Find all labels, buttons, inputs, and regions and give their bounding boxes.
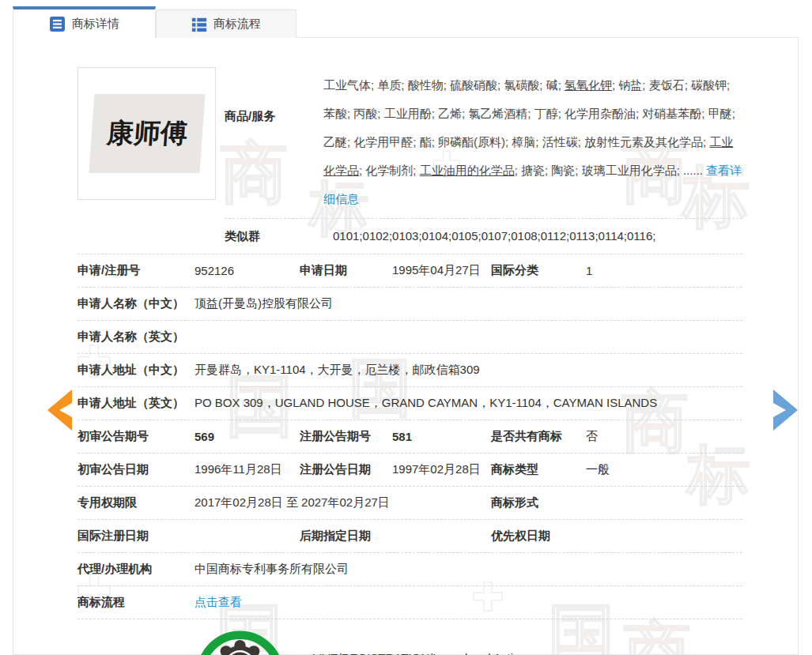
table-row-gazette-dates: 初审公告日期 1996年11月28日 注册公告日期 1997年02月28日 商标… (77, 454, 742, 487)
field-label: 申请人名称（中文） (77, 296, 195, 311)
previous-arrow-button[interactable] (43, 388, 74, 432)
field-label: 初审公告期号 (77, 429, 195, 444)
field-label: 申请/注册号 (77, 263, 195, 278)
field-value: 569 (195, 430, 300, 443)
field-label: 注册公告期号 (300, 429, 392, 444)
field-value: 1996年11月28日 (195, 462, 300, 477)
tab-label: 商标详情 (72, 17, 119, 32)
field-value: 581 (392, 430, 491, 443)
trademark-image: 康师傅 (77, 67, 216, 200)
field-label: 商标类型 (491, 462, 586, 477)
field-value: 一般 (586, 462, 742, 477)
tab-trademark-process[interactable]: 商标流程 (156, 9, 296, 38)
table-row-process: 商标流程 点击查看 (77, 586, 742, 619)
field-value: PO BOX 309，UGLAND HOUSE，GRAND CAYMAN，KY1… (195, 396, 742, 411)
status-text: LIVE/REGISTRATION/Issued and Active (312, 651, 526, 655)
field-value: 否 (586, 429, 742, 444)
goods-section: 康师傅 商品/服务 工业气体; 单质; 酸性物; 硫酸硝酸; 氯磺酸; 碱; 氢… (77, 38, 742, 254)
field-label: 是否共有商标 (491, 429, 586, 444)
field-label: 申请人地址（英文） (77, 396, 195, 411)
table-row-address-cn: 申请人地址（中文） 开曼群岛，KY1-1104，大开曼，厄兰楼，邮政信箱309 (77, 354, 742, 387)
goods-services-label: 商品/服务 (225, 67, 323, 213)
field-value: 1997年02月28日 (392, 462, 491, 477)
table-row-agency: 代理/办理机构 中国商标专利事务所有限公司 (77, 553, 742, 586)
field-value: 1 (586, 264, 742, 277)
field-value: 952126 (195, 264, 300, 277)
field-label: 注册公告日期 (300, 462, 392, 477)
process-list-icon (191, 17, 207, 32)
similar-group-label: 类似群 (225, 229, 323, 244)
field-label: 代理/办理机构 (77, 562, 195, 577)
table-row-applicant-en: 申请人名称（英文） (77, 321, 742, 354)
field-label: 商标形式 (491, 495, 586, 510)
field-label: 后期指定日期 (300, 529, 392, 544)
field-label: 商标流程 (77, 595, 195, 610)
table-row-exclusive-period: 专用权期限 2017年02月28日 至 2027年02月27日 商标形式 (77, 487, 742, 520)
trademark-calligraphy: 康师傅 (89, 94, 205, 173)
field-value: 1995年04月27日 (392, 263, 491, 278)
field-label: 申请人名称（英文） (77, 329, 195, 344)
field-value: 顶益(开曼岛)控股有限公司 (195, 296, 742, 311)
tab-trademark-detail[interactable]: 商标详情 (13, 6, 156, 38)
field-label: 国际注册日期 (77, 529, 195, 544)
field-label: 初审公告日期 (77, 462, 195, 477)
tab-label: 商标流程 (213, 17, 261, 32)
table-row-status: 商标状态图标 LIVE/REGIST (77, 619, 742, 655)
table-row-intl-dates: 国际注册日期 后期指定日期 优先权日期 (77, 520, 742, 553)
view-process-link[interactable]: 点击查看 (195, 595, 242, 608)
table-row-address-en: 申请人地址（英文） PO BOX 309，UGLAND HOUSE，GRAND … (77, 387, 742, 420)
field-label: 申请日期 (300, 263, 392, 278)
registration-badge-icon (195, 629, 285, 655)
tab-bar: 商标详情 商标流程 (13, 6, 296, 38)
field-label: 优先权日期 (491, 529, 586, 544)
field-value: 开曼群岛，KY1-1104，大开曼，厄兰楼，邮政信箱309 (195, 363, 742, 378)
similar-group-row: 类似群 0101;0102;0103;0104;0105;0107;0108;0… (225, 218, 742, 254)
field-label: 专用权期限 (77, 495, 195, 510)
goods-services-text: 工业气体; 单质; 酸性物; 硫酸硝酸; 氯磺酸; 碱; 氢氧化钾; 钠盐; 麦… (323, 67, 742, 213)
next-arrow-button[interactable] (771, 388, 803, 432)
field-value: 中国商标专利事务所有限公司 (195, 562, 742, 577)
table-row-applicant-cn: 申请人名称（中文） 顶益(开曼岛)控股有限公司 (77, 288, 742, 321)
field-label: 国际分类 (491, 263, 586, 278)
trademark-detail-panel: ✚商标✚商标✚国国商标✚国✚国商 康师傅 商品/服务 工业气体; 单质; 酸性物… (13, 37, 799, 655)
field-value: 2017年02月28日 至 2027年02月27日 (195, 495, 491, 510)
similar-group-value: 0101;0102;0103;0104;0105;0107;0108;0112;… (323, 229, 655, 244)
field-label: 申请人地址（中文） (77, 363, 195, 378)
table-row-registration-number: 申请/注册号 952126 申请日期 1995年04月27日 国际分类 1 (77, 254, 742, 288)
detail-notepad-icon (49, 16, 66, 32)
table-row-gazette-numbers: 初审公告期号 569 注册公告期号 581 是否共有商标 否 (77, 420, 742, 454)
